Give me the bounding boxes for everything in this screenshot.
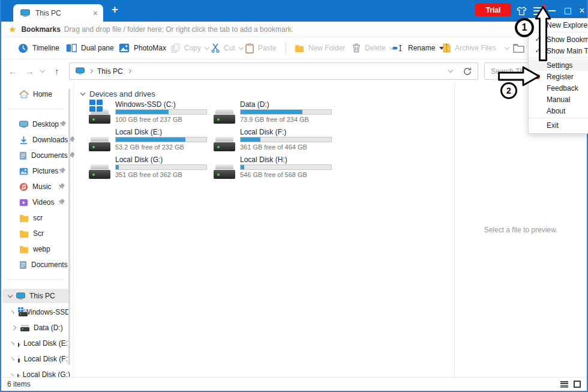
capacity-bar xyxy=(115,164,207,170)
sidebar-item-desktop[interactable]: Desktop xyxy=(1,117,70,131)
drive-tile-h[interactable]: Local Disk (H:) 546 GB free of 568 GB xyxy=(214,156,338,181)
back-button[interactable]: ← xyxy=(8,59,17,83)
tree-item-data-d[interactable]: Data (D:) xyxy=(1,321,70,335)
pin-icon[interactable] xyxy=(56,182,65,191)
menu-item-manual[interactable]: Manual xyxy=(529,94,588,105)
sidebar-item-scr[interactable]: scr xyxy=(1,211,70,225)
tree-expand-icon[interactable] xyxy=(11,310,14,314)
close-button[interactable]: × xyxy=(575,4,588,17)
cut-button[interactable]: Cut xyxy=(211,37,243,59)
paste-clipboard-icon xyxy=(245,43,254,53)
sidebar-item-videos[interactable]: Videos xyxy=(1,195,70,210)
archive-files-button[interactable]: Archive Files xyxy=(443,37,509,59)
breadcrumb-monitor-icon xyxy=(76,67,85,75)
tree-item-windows-ssd[interactable]: Windows-SSD xyxy=(1,305,70,319)
menu-separator xyxy=(529,118,588,118)
tree-item-local-disk-f[interactable]: Local Disk (F:) xyxy=(1,352,70,366)
sidebar-item-documents-2[interactable]: Documents xyxy=(1,258,70,272)
sidebar-item-documents[interactable]: Documents xyxy=(1,148,70,163)
drive-icon xyxy=(18,340,19,347)
drive-tile-f[interactable]: Local Disk (F:) 361 GB free of 464 GB xyxy=(214,128,338,154)
address-dropdown-icon[interactable] xyxy=(448,68,453,73)
timeline-button[interactable]: Timeline xyxy=(18,37,59,59)
rename-icon xyxy=(392,44,404,52)
tree-item-this-pc[interactable]: This PC xyxy=(2,289,70,303)
status-bar: 6 items xyxy=(1,377,587,391)
drive-tile-d[interactable]: Data (D:) 73.9 GB free of 234 GB xyxy=(214,101,338,126)
preview-placeholder: Select a file to preview. xyxy=(484,226,558,234)
address-bar[interactable]: This PC xyxy=(69,62,478,80)
sidebar-item-music[interactable]: Music xyxy=(1,179,70,194)
tab-close-icon[interactable]: × xyxy=(93,9,98,17)
sidebar-item-home[interactable]: Home xyxy=(1,87,70,101)
drive-tile-e[interactable]: Local Disk (E:) 53.2 GB free of 232 GB xyxy=(89,128,214,154)
dual-pane-button[interactable]: Dual pane xyxy=(66,37,114,59)
new-tab-button[interactable]: + xyxy=(112,4,118,16)
paste-button[interactable]: Paste xyxy=(245,37,277,59)
capacity-bar xyxy=(115,137,207,142)
theme-shirt-icon[interactable] xyxy=(515,4,528,17)
music-icon xyxy=(19,182,28,191)
explorer-window: This PC × + Trial × ★ Bookmarks Drag and… xyxy=(0,0,588,392)
breadcrumb-this-pc[interactable]: This PC xyxy=(97,67,123,76)
tree-item-local-disk-e[interactable]: Local Disk (E:) xyxy=(1,336,70,351)
drive-tile-g[interactable]: Local Disk (G:) 351 GB free of 362 GB xyxy=(89,156,214,181)
items-count: 6 items xyxy=(7,380,31,388)
tab-this-pc[interactable]: This PC × xyxy=(13,4,103,22)
sidebar-item-pictures[interactable]: Pictures xyxy=(1,164,70,178)
free-space-label: 53.2 GB free of 232 GB xyxy=(115,143,214,151)
drive-name: Data (D:) xyxy=(240,101,338,108)
tree-expand-icon[interactable] xyxy=(11,325,16,330)
free-space-label: 351 GB free of 362 GB xyxy=(115,171,214,178)
group-header-devices[interactable]: Devices and drives xyxy=(81,89,155,98)
new-folder-button[interactable]: New Folder xyxy=(295,37,358,59)
history-dropdown-button[interactable] xyxy=(41,59,44,83)
group-collapse-icon[interactable] xyxy=(80,91,85,95)
downloads-icon xyxy=(19,136,28,145)
menu-item-exit[interactable]: Exit xyxy=(529,119,588,131)
icons-view-icon[interactable] xyxy=(574,381,581,388)
folder-icon xyxy=(19,230,29,238)
rename-button[interactable]: Rename xyxy=(392,37,444,59)
drive-icon xyxy=(89,137,110,151)
documents-icon xyxy=(19,261,27,270)
folder-icon xyxy=(19,214,29,222)
archive-dropdown-icon[interactable] xyxy=(504,44,509,49)
delete-button[interactable]: Delete xyxy=(352,37,394,59)
free-space-label: 73.9 GB free of 234 GB xyxy=(240,116,338,123)
toolbar-separator xyxy=(286,42,286,55)
maximize-button[interactable] xyxy=(560,4,575,17)
videos-icon xyxy=(19,199,28,207)
tree-expand-icon[interactable] xyxy=(11,357,14,361)
menu-item-about[interactable]: About xyxy=(529,105,588,116)
trial-button[interactable]: Trial xyxy=(475,4,511,16)
pin-icon[interactable] xyxy=(56,198,65,207)
pictures-icon xyxy=(19,167,28,175)
forward-button[interactable]: → xyxy=(25,59,34,83)
maximize-icon xyxy=(565,8,571,14)
breadcrumb-chevron-icon[interactable] xyxy=(127,69,131,73)
new-folder-icon xyxy=(295,44,304,52)
details-view-icon[interactable] xyxy=(560,381,568,388)
tree-expand-icon[interactable] xyxy=(11,373,14,376)
photomax-button[interactable]: PhotoMax xyxy=(119,37,166,59)
tree-expand-icon[interactable] xyxy=(11,342,14,345)
breadcrumb-chevron-icon xyxy=(89,69,93,73)
copy-button[interactable]: Copy xyxy=(171,37,209,59)
folder-view-icon xyxy=(513,44,524,53)
refresh-icon[interactable] xyxy=(463,67,472,76)
drive-name: Windows-SSD (C:) xyxy=(115,101,214,108)
sidebar-scrollbar[interactable] xyxy=(68,89,70,365)
sidebar-item-scr-2[interactable]: Scr xyxy=(1,226,70,241)
cut-dropdown-icon[interactable] xyxy=(238,44,243,49)
system-drive-icon xyxy=(18,309,20,316)
sidebar-item-webp[interactable]: webp xyxy=(1,242,70,256)
sidebar-item-downloads[interactable]: Downloads xyxy=(1,133,70,147)
tree-collapse-icon[interactable] xyxy=(8,292,13,297)
drive-tile-c[interactable]: Windows-SSD (C:) 100 GB free of 237 GB xyxy=(89,101,214,126)
copy-dropdown-icon[interactable] xyxy=(205,44,209,49)
timeline-clock-icon xyxy=(18,43,28,53)
close-icon: × xyxy=(579,6,584,16)
capacity-bar xyxy=(240,164,332,170)
up-button[interactable]: ↑ xyxy=(55,59,59,83)
